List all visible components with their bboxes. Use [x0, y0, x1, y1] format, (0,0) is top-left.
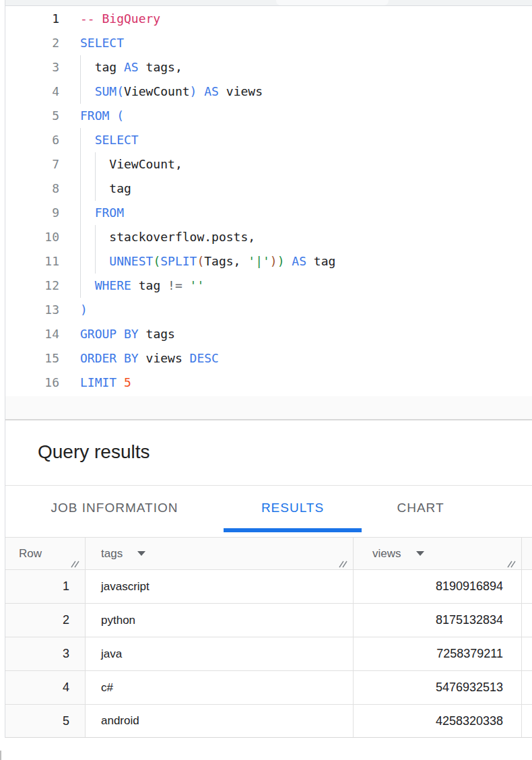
below-table-area: [5, 738, 532, 760]
line-number: 5: [5, 104, 59, 128]
table-row: 3java7258379211: [5, 637, 532, 671]
code-token-str: '|': [248, 254, 270, 268]
code-line: ViewCount,: [80, 152, 182, 177]
code-token-id: [285, 254, 292, 268]
table-row: 5android4258320338: [5, 705, 532, 738]
code-token-kw: WHERE: [95, 278, 131, 292]
code-token-id: tag: [131, 278, 168, 292]
code-token-kw: UNNEST: [109, 254, 153, 268]
active-tab-underline: [224, 528, 362, 532]
code-token-id: [80, 278, 95, 292]
code-token-p1: ): [80, 303, 88, 317]
code-token-kw: AS: [124, 60, 139, 74]
code-line: ): [80, 298, 88, 322]
views-cell: 5476932513: [354, 671, 522, 704]
line-number: 6: [5, 128, 59, 152]
code-token-p1: (: [117, 84, 124, 98]
code-line: tag AS tags,: [80, 55, 182, 80]
tags-cell: javascript: [86, 570, 354, 603]
line-number: 15: [5, 346, 59, 371]
code-line: stackoverflow.posts,: [80, 225, 255, 249]
code-line: SELECT: [80, 31, 124, 55]
code-token-kw: AS: [204, 84, 219, 98]
views-cell: 8175132834: [354, 604, 522, 637]
code-token-op: !=: [168, 278, 182, 292]
column-header-views[interactable]: views: [354, 538, 522, 569]
code-token-kw: FROM: [95, 205, 124, 220]
code-token-kw: SUM: [95, 84, 117, 98]
line-number: 9: [5, 201, 59, 225]
column-resize-handle-icon[interactable]: [339, 558, 348, 567]
code-token-id: [117, 375, 124, 389]
row-number-cell: 4: [5, 671, 86, 704]
tab-list: JOB INFORMATIONRESULTSCHARTJSON: [5, 486, 532, 530]
column-resize-handle-icon[interactable]: [71, 558, 80, 567]
column-header-row[interactable]: Row: [5, 538, 86, 569]
line-number: 13: [5, 298, 59, 322]
code-token-kw: AS: [292, 254, 306, 268]
code-token-id: ViewCount: [124, 84, 190, 98]
partial-cell: [522, 671, 532, 704]
tab-json[interactable]: JSON: [479, 486, 532, 530]
code-line: tag: [80, 177, 131, 201]
code-token-id: [182, 278, 190, 292]
tab-results[interactable]: RESULTS: [224, 486, 362, 530]
line-number: 2: [5, 31, 59, 55]
tab-chart[interactable]: CHART: [362, 486, 479, 530]
code-token-p2: ): [277, 254, 285, 268]
code-token-id: stackoverflow.posts,: [80, 230, 255, 244]
row-number-cell: 2: [5, 604, 86, 637]
page-title: Query results: [38, 439, 150, 465]
line-number: 4: [5, 80, 59, 104]
code-token-id: tag: [80, 181, 131, 195]
line-number: 16: [5, 371, 59, 395]
code-line: -- BigQuery: [80, 7, 160, 31]
code-line: ORDER BY views DESC: [80, 346, 219, 371]
sort-caret-icon[interactable]: [137, 551, 145, 556]
views-cell: 8190916894: [354, 570, 522, 603]
code-token-id: [80, 84, 95, 98]
row-number-cell: 1: [5, 570, 86, 603]
code-token-kw: GROUP BY: [80, 327, 139, 341]
column-header-label: views: [372, 547, 401, 561]
code-token-id: [197, 84, 204, 98]
code-token-id: views: [219, 84, 263, 98]
line-number: 12: [5, 274, 59, 298]
table-row: 2python8175132834: [5, 604, 532, 637]
code-line: FROM: [80, 201, 124, 225]
row-number-cell: 5: [5, 705, 86, 737]
code-token-kw: FROM: [80, 108, 109, 123]
code-token-id: [80, 133, 95, 147]
views-cell: 4258320338: [354, 705, 522, 737]
line-number: 7: [5, 152, 59, 177]
line-number: 8: [5, 177, 59, 201]
column-resize-handle-icon[interactable]: [507, 558, 517, 567]
code-token-p3: ): [270, 254, 277, 268]
code-token-p3: (: [197, 254, 204, 268]
code-token-str: '': [190, 278, 205, 292]
code-token-id: Tags,: [204, 254, 248, 268]
row-number-cell: 3: [5, 637, 86, 670]
code-token-id: ViewCount,: [80, 157, 182, 171]
query-results-header: Query results: [5, 419, 532, 486]
column-header-partial: [522, 538, 532, 569]
code-token-id: tags,: [139, 60, 182, 74]
code-token-kw: ORDER BY: [80, 351, 139, 365]
tab-job-information[interactable]: JOB INFORMATION: [5, 486, 224, 530]
code-token-id: tag: [80, 60, 124, 74]
code-line: SELECT: [80, 128, 139, 152]
code-line: UNNEST(SPLIT(Tags, '|')) AS tag: [80, 249, 335, 274]
code-token-id: [80, 205, 95, 220]
code-line: GROUP BY tags: [80, 322, 175, 346]
code-token-id: [109, 108, 117, 123]
table-row: 1javascript8190916894: [5, 570, 532, 604]
code-token-kw: LIMIT: [80, 375, 117, 389]
sort-caret-icon[interactable]: [416, 551, 424, 556]
code-line: LIMIT 5: [80, 371, 131, 395]
column-header-label: Row: [19, 547, 42, 561]
code-line: FROM (: [80, 104, 124, 128]
scrollbar-sliver: [0, 751, 1, 760]
results-table: Rowtagsviews1javascript81909168942python…: [5, 537, 532, 738]
sql-editor[interactable]: 12345678910111213141516 -- BigQuerySELEC…: [5, 6, 532, 396]
column-header-tags[interactable]: tags: [86, 538, 354, 569]
